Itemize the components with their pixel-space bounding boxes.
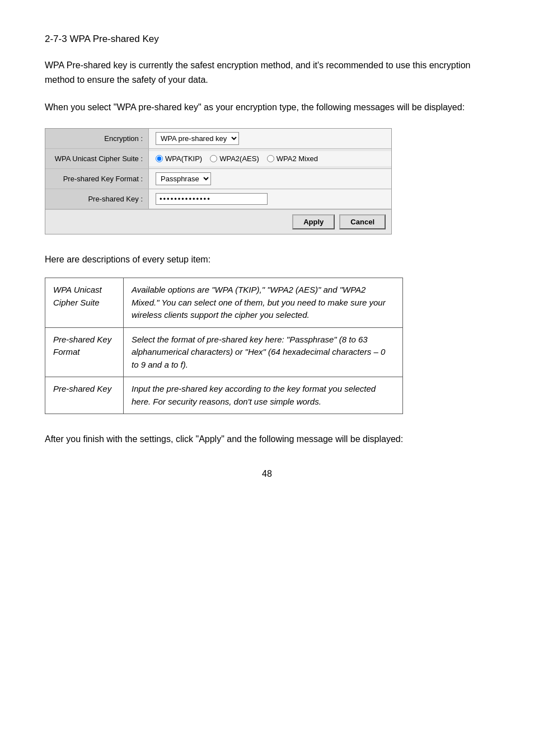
- page-number: 48: [45, 469, 489, 479]
- psk-row: Pre-shared Key :: [45, 189, 391, 209]
- encryption-row: Encryption : WPA pre-shared key: [45, 129, 391, 149]
- cipher-suite-radio-group: WPA(TKIP) WPA2(AES) WPA2 Mixed: [156, 154, 318, 163]
- table-desc: Input the pre-shared key according to th…: [124, 377, 403, 414]
- psk-format-value: Passphrase Hex: [149, 169, 391, 189]
- intro-paragraph-2: When you select "WPA pre-shared key" as …: [45, 100, 489, 115]
- cipher-mixed-radio[interactable]: [267, 155, 274, 162]
- encryption-label: Encryption :: [45, 129, 149, 148]
- intro-paragraph-1: WPA Pre-shared key is currently the safe…: [45, 58, 489, 87]
- settings-form-panel: Encryption : WPA pre-shared key WPA Unic…: [45, 128, 392, 234]
- table-row: Pre-shared Key FormatSelect the format o…: [45, 327, 403, 377]
- encryption-value: WPA pre-shared key: [149, 129, 391, 148]
- cipher-mixed-option[interactable]: WPA2 Mixed: [267, 154, 318, 163]
- psk-label: Pre-shared Key :: [45, 189, 149, 209]
- cipher-mixed-label: WPA2 Mixed: [277, 154, 318, 163]
- apply-button[interactable]: Apply: [292, 214, 335, 229]
- cipher-tkip-label: WPA(TKIP): [165, 154, 202, 163]
- table-row: Pre-shared KeyInput the pre-shared key a…: [45, 377, 403, 414]
- table-term: Pre-shared Key Format: [45, 327, 124, 377]
- table-row: WPA Unicast Cipher SuiteAvailable option…: [45, 278, 403, 328]
- cipher-aes-radio[interactable]: [210, 155, 217, 162]
- descriptions-intro: Here are descriptions of every setup ite…: [45, 252, 489, 267]
- table-term: WPA Unicast Cipher Suite: [45, 278, 124, 328]
- cipher-tkip-option[interactable]: WPA(TKIP): [156, 154, 202, 163]
- cipher-aes-label: WPA2(AES): [219, 154, 259, 163]
- descriptions-table: WPA Unicast Cipher SuiteAvailable option…: [45, 278, 403, 414]
- cancel-button[interactable]: Cancel: [339, 214, 386, 229]
- psk-input[interactable]: [156, 193, 268, 205]
- form-buttons-row: Apply Cancel: [45, 209, 391, 234]
- cipher-suite-label: WPA Unicast Cipher Suite :: [45, 149, 149, 168]
- footer-text: After you finish with the settings, clic…: [45, 432, 489, 447]
- cipher-aes-option[interactable]: WPA2(AES): [210, 154, 259, 163]
- table-desc: Available options are "WPA (TKIP)," "WPA…: [124, 278, 403, 328]
- cipher-suite-value: WPA(TKIP) WPA2(AES) WPA2 Mixed: [149, 151, 391, 166]
- cipher-tkip-radio[interactable]: [156, 155, 163, 162]
- table-term: Pre-shared Key: [45, 377, 124, 414]
- table-desc: Select the format of pre-shared key here…: [124, 327, 403, 377]
- section-title: 2-7-3 WPA Pre-shared Key: [45, 34, 489, 45]
- psk-format-label: Pre-shared Key Format :: [45, 169, 149, 189]
- psk-format-select[interactable]: Passphrase Hex: [156, 172, 211, 185]
- cipher-suite-row: WPA Unicast Cipher Suite : WPA(TKIP) WPA…: [45, 149, 391, 169]
- psk-value: [149, 190, 391, 208]
- psk-format-row: Pre-shared Key Format : Passphrase Hex: [45, 169, 391, 189]
- encryption-select[interactable]: WPA pre-shared key: [156, 132, 239, 145]
